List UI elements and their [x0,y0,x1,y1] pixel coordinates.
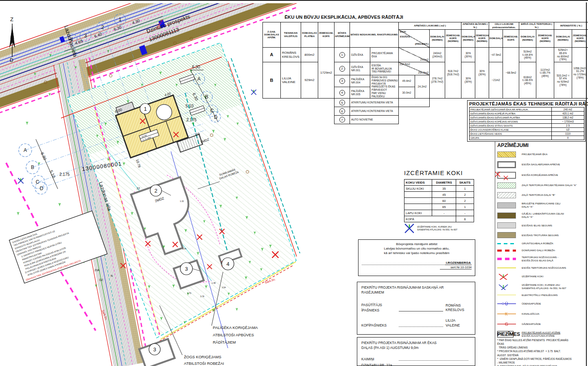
label-n: N [111,274,113,277]
technical-indicators-table: PROJEKTĒJAMĀS ĒKAS TEHNISKIE RĀDĪTĀJI RĀ… [467,100,586,142]
axis-c-right: C [210,108,214,114]
r1-ekai-cell: 240m2 [399,48,430,62]
dim-2175-left: 2.175 [59,172,70,177]
legend-permitted-felled-tree-icon [497,283,516,290]
signature-line [362,261,445,265]
felled-trees-table: IZCĒRTAMIE KOKI KOKU VEIDS DIAMETRS SKAI… [404,169,477,234]
svg-text:1.44: 1.44 [182,248,186,250]
neighbour-address: DZINTARU PR. 22a [361,363,471,366]
bld-3-circle: 3 [339,78,345,84]
svg-text:3.78: 3.78 [200,295,204,298]
svg-text:1.70: 1.70 [187,292,191,294]
trees-table-title: IZCĒRTAMIE KOKI [404,169,477,176]
trees-footnote: IZCĒRTAMIE KOKI, KURIEM JAU SAŅEMTAS ATĻ… [417,226,457,231]
marker-4: 4 [226,261,229,267]
row-a-owner: ROMĀNS KRESLOVS [281,48,301,62]
legend-street-surface-swatch [497,222,516,228]
axis-a-right: A [197,76,201,82]
coowner-signature-line [399,322,443,327]
svg-text:1.48: 1.48 [212,282,216,284]
legend-existing-building-swatch [497,161,516,168]
zogs-note-2: ATBILSTOŠI ROBEŽAI [184,361,224,366]
ekai-header: ĒKAI ESOŠAS (PROJEKT.) [399,30,430,48]
dim-510-left: 5.10 [49,169,56,179]
paligeka-note-1: PALĪGĒKA KORIĢĒJAMA [213,325,258,330]
legend-fence-line [497,258,516,260]
label-20a: 20A [94,269,100,272]
axis-2: 2 [101,24,104,30]
marker-3: 3 [185,266,188,272]
trees-total: 6 [456,216,474,222]
dim-510-right: 5.10 [186,104,194,108]
axis-b-right: B [205,94,208,100]
dim-2175-right: 2.175 [186,118,197,122]
bld-4-circle: 4 [339,90,345,96]
svg-text:3.54: 3.54 [222,286,226,289]
legend-projected-building-swatch [497,151,516,158]
row-b-id: B [263,62,281,99]
svg-text:1.32: 1.32 [180,200,184,202]
bld-7-circle: 7 [339,117,345,123]
legend-sewer-line: K [497,311,516,317]
plan-note-block: ESOŠĀ DZĪVOJAMĀ ĒKA, TĀS PĀRBŪVE SĀKTA P… [9,211,107,283]
owner-approval-box: PIEKRĪTU PROJEKTA RISINĀJUMAM SASKAŅĀ AR… [357,282,475,335]
label-22: 22 [137,187,140,190]
legend-footpath-swatch [497,213,516,219]
marker-1: 1 [144,106,146,112]
legend-notional-parts-line [497,250,516,252]
legend-existing-fence-line [497,267,516,268]
label-dz: DZ [99,278,103,281]
explication-title: ĒKU UN BŪVJU EKSPLIKĀCIJA, APBŪVES RĀDĪT… [262,15,425,20]
legend: APZĪMĒJUMI PROJEKTĒJAMĀ ĒKA ESOŠA SAGLAB… [497,142,586,339]
legend-title: APZĪMĒJUMI [497,142,586,148]
permitted-tree-icon [404,223,415,234]
bld-2-circle: 2 [339,66,345,72]
compliance-statement-box: Būvprojekta risinājumi atbilst Latvijas … [358,239,475,276]
owner-signature-line [399,307,443,311]
legend-paved-drive-swatch [497,202,516,208]
r2-ekai-cell: 254.5m2 254.5m2 [399,62,430,75]
axis-a-left: A [24,147,27,153]
bld-1-circle: 1 [339,52,345,58]
dim-630-left: 6.30 [40,151,47,161]
axis-d-right: D [214,114,218,120]
legend-plot-boundary-line [497,243,516,244]
axis-c-left: C [36,179,39,185]
tech-table-title: PROJEKTĒJAMĀS ĒKAS TEHNISKIE RĀDĪTĀJI RĀ… [469,101,584,106]
bld-6-circle: 6 [339,108,345,114]
axis-d-left: D [40,186,44,191]
axis-b-left: B [31,164,34,170]
legend-green-b-swatch [497,192,516,198]
svg-text:Ū: Ū [505,302,508,306]
sheet-top-border [0,0,588,1]
row-a-id: A [263,48,281,62]
legend-gas-line: G [497,321,516,327]
signer-name: I.ROZENBERGA [445,261,472,265]
neighbour-signature-line [399,356,468,361]
row-b-owner: LILIJA VALEINE [281,62,301,99]
marker-2: 2 [154,188,157,194]
axis-3: 3 [84,33,87,39]
legend-electric-line [497,295,516,296]
coowner-name: LILIJA VALEINE [446,318,471,328]
notes-title: PIEZĪMES [497,331,586,337]
legend-corrected-building-swatch [497,172,516,179]
site-plan-drawing: ±0.00 +3.75 ABS 6.00 4.00 [0,3,302,366]
north-z-label: Z [10,16,13,22]
paligeka-note-3: RĀDĪTĀJIEM [213,340,236,344]
notes-block: PIEZĪMES * PAR ĒKAS NULLES ATZĪMI PIEŅEM… [497,331,586,366]
marker-3b: 3 [153,346,156,353]
legend-green-a-swatch [497,182,516,188]
paligeka-note-2: ATBILSTOŠI APBŪVES [213,333,254,337]
owner-name: ROMĀNS KRESLOVS [446,303,471,313]
bld-5-circle: 5 [339,100,345,105]
axis-1: 1 [119,17,122,22]
legend-felled-tree-icon [497,273,516,280]
north-d-label: D [10,57,13,63]
legend-sidewalk-surface-swatch [497,232,516,238]
legend-water-line: Ū [497,300,516,307]
zogs-note-1: ŽOGS KORIĢĒJAMS [184,355,221,359]
neighbour-approval-box: PIEKRĪTU PROJEKTA RISINĀJUMAM AR ĒKAS DA… [357,337,475,366]
certificate-number: sert.Nr.10-1034 [440,265,472,270]
svg-text:K: K [505,312,508,316]
